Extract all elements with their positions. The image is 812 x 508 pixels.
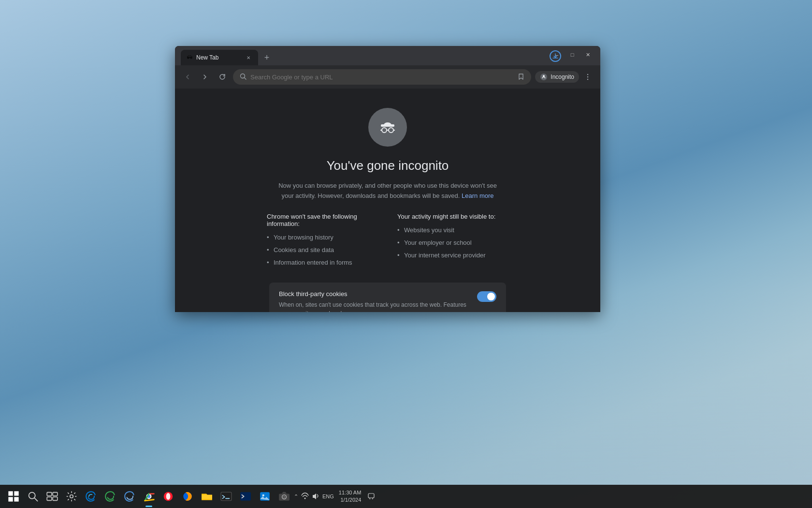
svg-rect-10 bbox=[8, 491, 13, 495]
url-bar[interactable] bbox=[233, 69, 531, 85]
active-tab[interactable]: 🕶 New Tab ✕ bbox=[181, 50, 258, 65]
incognito-title: You've gone incognito bbox=[327, 158, 449, 173]
cookie-block: Block third-party cookies When on, sites… bbox=[269, 283, 506, 312]
volume-icon[interactable] bbox=[312, 493, 319, 501]
svg-point-4 bbox=[587, 74, 588, 75]
tab-close-button[interactable]: ✕ bbox=[245, 54, 252, 61]
learn-more-link[interactable]: Learn more bbox=[462, 192, 493, 199]
svg-rect-15 bbox=[47, 493, 52, 496]
desktop: 🕶 New Tab ✕ + – □ ✕ bbox=[0, 0, 812, 508]
address-bar-right: Incognito bbox=[535, 70, 594, 84]
forward-button[interactable] bbox=[198, 70, 212, 84]
taskbar-opera[interactable] bbox=[159, 485, 178, 508]
svg-point-9 bbox=[389, 128, 393, 133]
tab-title: New Tab bbox=[196, 54, 241, 61]
taskbar-chrome[interactable] bbox=[139, 485, 159, 508]
list-item: Your employer or school bbox=[397, 239, 508, 247]
chrome-wont-save-title: Chrome won't save the following informat… bbox=[267, 213, 378, 227]
list-item: Your browsing history bbox=[267, 233, 378, 242]
tray-expand[interactable]: ⌃ bbox=[294, 493, 298, 500]
chrome-wont-save-column: Chrome won't save the following informat… bbox=[267, 213, 378, 271]
close-button[interactable]: ✕ bbox=[581, 50, 594, 60]
svg-rect-33 bbox=[368, 493, 374, 498]
taskbar-search[interactable] bbox=[23, 485, 43, 508]
browser-window: 🕶 New Tab ✕ + – □ ✕ bbox=[175, 46, 600, 312]
activity-visible-list: Websites you visit Your employer or scho… bbox=[397, 226, 508, 260]
url-input[interactable] bbox=[250, 74, 514, 81]
cookie-block-desc: When on, sites can't use cookies that tr… bbox=[279, 300, 469, 312]
chrome-wont-save-list: Your browsing history Cookies and site d… bbox=[267, 233, 378, 268]
svg-point-8 bbox=[382, 128, 387, 133]
cookie-block-title: Block third-party cookies bbox=[279, 290, 469, 298]
notification-button[interactable] bbox=[366, 493, 377, 501]
cookie-toggle[interactable] bbox=[477, 291, 496, 302]
language-indicator[interactable]: ENG bbox=[322, 493, 334, 499]
activity-visible-column: Your activity might still be visible to:… bbox=[397, 213, 508, 264]
search-icon bbox=[240, 73, 246, 81]
list-item: Websites you visit bbox=[397, 226, 508, 235]
page-content: You've gone incognito Now you can browse… bbox=[175, 89, 600, 312]
list-item: Your internet service provider bbox=[397, 251, 508, 260]
list-item: Cookies and site data bbox=[267, 246, 378, 254]
taskbar-photos[interactable] bbox=[255, 485, 275, 508]
svg-point-3 bbox=[545, 77, 546, 78]
bookmark-icon[interactable] bbox=[518, 73, 524, 81]
taskbar-edge-beta[interactable] bbox=[120, 485, 139, 508]
svg-rect-17 bbox=[47, 497, 52, 500]
title-bar: 🕶 New Tab ✕ + – □ ✕ bbox=[175, 46, 600, 65]
activity-visible-title: Your activity might still be visible to: bbox=[397, 213, 508, 220]
cookie-text: Block third-party cookies When on, sites… bbox=[279, 290, 469, 312]
taskbar-settings[interactable] bbox=[62, 485, 81, 508]
svg-point-31 bbox=[283, 496, 285, 498]
taskbar-cmd[interactable] bbox=[236, 485, 255, 508]
wallpaper-landscape bbox=[0, 291, 812, 485]
svg-point-23 bbox=[166, 493, 171, 500]
svg-rect-12 bbox=[8, 497, 13, 501]
clock-date: 1/1/2024 bbox=[339, 496, 361, 504]
back-button[interactable] bbox=[181, 70, 194, 84]
taskbar: ⌃ ENG 11:30 AM 1/1/2024 bbox=[0, 485, 812, 508]
maximize-button[interactable]: □ bbox=[566, 50, 579, 60]
svg-point-2 bbox=[542, 77, 543, 78]
svg-rect-25 bbox=[221, 492, 232, 500]
task-view-button[interactable] bbox=[43, 485, 62, 508]
system-tray: ⌃ ENG 11:30 AM 1/1/2024 bbox=[294, 489, 377, 504]
taskbar-file-explorer[interactable] bbox=[197, 485, 217, 508]
tab-favicon: 🕶 bbox=[187, 54, 192, 61]
new-tab-button[interactable]: + bbox=[260, 51, 274, 64]
clock-time: 11:30 AM bbox=[339, 489, 361, 496]
list-item: Information entered in forms bbox=[267, 258, 378, 267]
svg-point-14 bbox=[29, 493, 35, 499]
incognito-label: Incognito bbox=[551, 74, 574, 80]
svg-rect-13 bbox=[14, 497, 18, 501]
minimize-button[interactable]: – bbox=[550, 50, 564, 60]
svg-point-19 bbox=[70, 495, 73, 498]
start-button[interactable] bbox=[4, 485, 23, 508]
network-icon[interactable] bbox=[301, 493, 309, 501]
incognito-logo bbox=[368, 108, 407, 147]
svg-rect-18 bbox=[53, 497, 58, 500]
svg-rect-11 bbox=[14, 491, 18, 495]
tab-bar: 🕶 New Tab ✕ + bbox=[179, 50, 596, 65]
browser-menu-button[interactable] bbox=[581, 70, 594, 84]
reload-button[interactable] bbox=[216, 70, 229, 84]
taskbar-terminal[interactable] bbox=[217, 485, 236, 508]
incognito-badge[interactable]: Incognito bbox=[535, 71, 579, 83]
incognito-description: Now you can browse privately, and other … bbox=[272, 181, 504, 201]
taskbar-clock[interactable]: 11:30 AM 1/1/2024 bbox=[337, 489, 363, 504]
url-bar-actions bbox=[518, 73, 524, 81]
taskbar-edge[interactable] bbox=[81, 485, 101, 508]
svg-rect-26 bbox=[240, 492, 251, 500]
svg-point-6 bbox=[587, 79, 588, 80]
svg-rect-16 bbox=[53, 493, 58, 496]
window-controls: – □ ✕ bbox=[550, 50, 594, 60]
info-grid: Chrome won't save the following informat… bbox=[267, 213, 508, 271]
taskbar-firefox[interactable] bbox=[178, 485, 197, 508]
taskbar-edge-dev[interactable] bbox=[101, 485, 120, 508]
svg-point-5 bbox=[587, 76, 588, 77]
svg-point-32 bbox=[304, 497, 306, 499]
address-bar: Incognito bbox=[175, 65, 600, 89]
svg-point-28 bbox=[262, 494, 264, 496]
taskbar-camera[interactable] bbox=[275, 485, 294, 508]
